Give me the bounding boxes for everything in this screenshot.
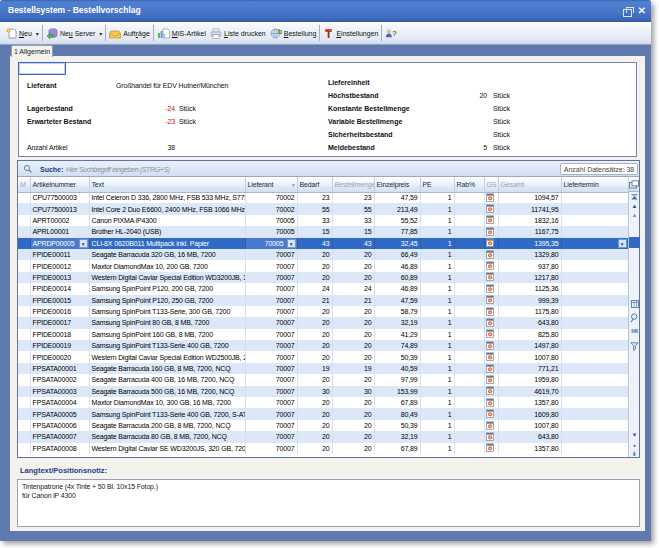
svg-text:?: ? — [393, 28, 397, 37]
svg-text:b: b — [278, 28, 282, 35]
